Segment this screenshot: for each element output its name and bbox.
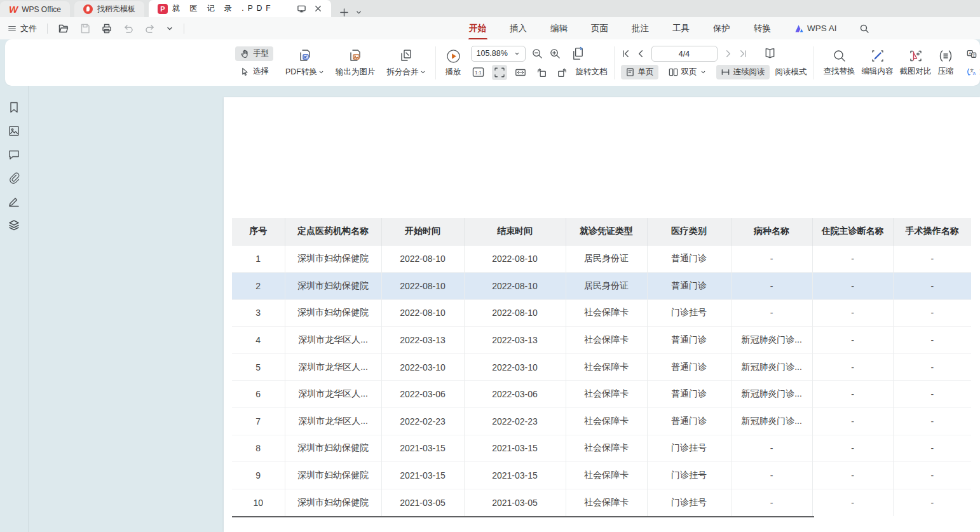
table-cell: - (731, 245, 812, 273)
table-cell: 新冠肺炎门诊... (731, 353, 812, 381)
table-cell: 新冠肺炎门诊... (731, 327, 812, 354)
double-page-view-button[interactable]: 双页 (664, 65, 711, 79)
column-header: 就诊凭证类型 (566, 218, 647, 245)
rotate-right-button[interactable] (555, 65, 570, 80)
first-page-icon[interactable] (621, 49, 630, 58)
table-cell: 新冠肺炎门诊... (731, 381, 812, 408)
single-page-view-button[interactable]: 单页 (621, 65, 658, 79)
close-tab-icon[interactable] (314, 4, 322, 13)
table-cell: 社会保障卡 (566, 327, 647, 354)
replace-page-icon[interactable] (571, 46, 585, 61)
last-page-icon[interactable] (738, 49, 748, 58)
hand-icon (240, 49, 250, 59)
menu-tab-insert[interactable]: 插入 (508, 18, 528, 39)
find-replace-button[interactable]: 查找替换 (820, 47, 859, 78)
fit-page-button[interactable] (492, 65, 507, 80)
table-cell: 2022-03-06 (381, 381, 464, 408)
divider (184, 24, 184, 34)
menu-tab-wps-ai[interactable]: WPS AI (793, 18, 838, 38)
fit-width-button[interactable] (513, 65, 528, 80)
document-title: 就 医 记 录 .PDF (172, 3, 275, 14)
play-presentation-button[interactable]: 播放 (442, 47, 465, 79)
table-cell: 2021-03-15 (464, 462, 566, 489)
continuous-reading-button[interactable]: 连续阅读 (716, 65, 770, 79)
present-monitor-icon[interactable] (297, 4, 306, 13)
table-cell: 普通门诊 (647, 327, 731, 354)
table-cell: 深圳市龙华区人... (285, 353, 381, 381)
tab-docer-templates[interactable]: 找稻壳模板 (74, 1, 144, 17)
table-cell: - (812, 327, 893, 354)
table-cell: - (893, 273, 971, 300)
table-cell: 深圳市龙华区人... (285, 408, 381, 435)
split-merge-button[interactable]: 拆分合并 (384, 46, 429, 79)
menu-tab-convert[interactable]: 转换 (752, 18, 772, 39)
thumbnails-panel-icon[interactable] (8, 125, 20, 137)
edit-content-button[interactable]: 编辑内容 (859, 47, 897, 78)
menu-tab-protect[interactable]: 保护 (712, 18, 732, 39)
pdf-page[interactable]: 序号定点医药机构名称开始时间结束时间就诊凭证类型医疗类别病种名称住院主诊断名称手… (224, 97, 980, 532)
table-cell: - (893, 245, 971, 273)
menu-tab-page[interactable]: 页面 (590, 18, 609, 39)
attachments-panel-icon[interactable] (8, 172, 20, 184)
menu-tab-tools[interactable]: 工具 (671, 18, 691, 39)
table-cell: - (893, 299, 971, 327)
split-merge-label: 拆分合并 (387, 67, 419, 78)
redo-icon[interactable] (144, 23, 156, 34)
column-header: 序号 (232, 218, 285, 245)
table-cell: 普通门诊 (647, 353, 731, 381)
zoom-in-icon[interactable] (549, 48, 561, 60)
actual-size-button[interactable]: 1:1 (471, 65, 486, 80)
play-label: 播放 (446, 67, 461, 78)
table-cell: 深圳市妇幼保健院 (285, 273, 381, 300)
word-translate-button[interactable]: 文A 划词翻译 (962, 64, 980, 79)
pdf-convert-button[interactable]: PDF转换 (282, 46, 327, 79)
rotate-document-button[interactable]: 旋转文档 (576, 67, 608, 78)
table-cell: 社会保障卡 (566, 408, 647, 435)
tab-document-pdf[interactable]: P 就 医 记 录 .PDF (149, 0, 331, 17)
full-text-translate-button[interactable]: A文 全文翻译 (962, 46, 980, 61)
export-as-image-button[interactable]: 输出为图片 (332, 46, 379, 79)
read-mode-button[interactable]: 阅读模式 (775, 67, 807, 78)
new-tab-plus-icon[interactable] (339, 8, 349, 17)
table-cell: - (731, 299, 812, 327)
select-tool-button[interactable]: 选择 (235, 64, 273, 79)
table-row: 1深圳市妇幼保健院2022-08-102022-08-10居民身份证普通门诊--… (232, 245, 971, 273)
tab-list-chevron-icon[interactable] (355, 9, 362, 16)
tab-wps-home[interactable]: W WPS Office (0, 1, 70, 17)
bookmarks-panel-icon[interactable] (8, 101, 20, 114)
signature-panel-icon[interactable] (8, 195, 20, 208)
compress-label: 压缩 (938, 66, 954, 77)
table-cell: - (812, 462, 893, 489)
save-file-icon[interactable] (79, 23, 91, 34)
table-row: 4深圳市龙华区人...2022-03-132022-03-13社会保障卡普通门诊… (232, 327, 971, 354)
reading-book-icon[interactable] (763, 46, 777, 61)
ribbon-toolbar: 手型 选择 PDF转换 输出为图片 拆分合并 播放 105.88% (5, 39, 980, 86)
continuous-reading-label: 连续阅读 (733, 67, 765, 78)
previous-page-icon[interactable] (636, 49, 646, 58)
next-page-icon[interactable] (723, 49, 733, 58)
screenshot-compare-button[interactable]: 截图对比 (897, 47, 935, 78)
compress-button[interactable]: 压缩 (935, 47, 957, 78)
quickbar-customize-chevron-icon[interactable] (166, 25, 174, 32)
table-cell: 2022-03-10 (381, 353, 464, 381)
menu-tab-home[interactable]: 开始 (468, 18, 487, 39)
table-cell: 居民身份证 (566, 245, 647, 273)
menu-search-icon[interactable] (859, 24, 869, 34)
table-cell: 2022-08-10 (464, 273, 566, 300)
table-cell: - (731, 462, 812, 489)
hand-tool-button[interactable]: 手型 (235, 46, 273, 61)
zoom-out-icon[interactable] (531, 48, 543, 60)
layers-panel-icon[interactable] (8, 219, 20, 231)
page-number-input[interactable] (651, 46, 718, 62)
menu-tab-edit[interactable]: 编辑 (549, 18, 569, 39)
zoom-level-combobox[interactable]: 105.88% (471, 46, 526, 62)
rotate-left-button[interactable] (534, 65, 549, 80)
pdf-convert-label: PDF转换 (285, 67, 317, 78)
open-file-icon[interactable] (58, 23, 69, 34)
svg-text:1:1: 1:1 (475, 70, 482, 76)
menu-tab-comment[interactable]: 批注 (630, 18, 650, 39)
file-menu-button[interactable]: 文件 (8, 23, 37, 34)
comments-panel-icon[interactable] (8, 148, 20, 161)
undo-icon[interactable] (123, 23, 134, 34)
print-icon[interactable] (101, 23, 112, 34)
